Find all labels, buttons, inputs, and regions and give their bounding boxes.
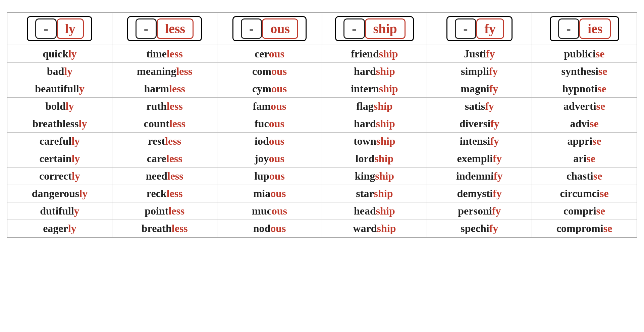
table-row: dangerouslyrecklessmiaousstarshipdemysti… bbox=[7, 185, 637, 202]
cell-ous-2: cymous bbox=[217, 80, 322, 98]
cell-less-0: timeless bbox=[112, 45, 217, 63]
cell-ous-0: cerous bbox=[217, 45, 322, 63]
header-cell-fy: -fy bbox=[427, 13, 532, 45]
cell-ly-10: eagerly bbox=[7, 220, 112, 237]
table-row: certainlycarelessjoyouslordshipexemplify… bbox=[7, 150, 637, 168]
cell-ly-9: dutifully bbox=[7, 202, 112, 220]
header-cell-less: -less bbox=[112, 13, 217, 45]
suffix-table: -ly-less-ous-ship-fy-ies quicklytimeless… bbox=[7, 12, 637, 238]
cell-ies-7: chastise bbox=[532, 168, 637, 185]
header-cell-ly: -ly bbox=[7, 13, 112, 45]
cell-ly-1: badly bbox=[7, 63, 112, 80]
cell-ship-0: friendship bbox=[322, 45, 427, 63]
cell-ship-3: flagship bbox=[322, 98, 427, 115]
cell-ly-2: beautifully bbox=[7, 80, 112, 98]
cell-less-9: pointless bbox=[112, 202, 217, 220]
cell-ship-5: township bbox=[322, 133, 427, 150]
cell-ous-6: joyous bbox=[217, 150, 322, 168]
cell-ship-2: internship bbox=[322, 80, 427, 98]
cell-ies-1: synthesise bbox=[532, 63, 637, 80]
cell-ous-4: fucous bbox=[217, 115, 322, 133]
cell-ies-4: advise bbox=[532, 115, 637, 133]
cell-ly-6: certainly bbox=[7, 150, 112, 168]
header-cell-ous: -ous bbox=[217, 13, 322, 45]
header-cell-ies: -ies bbox=[532, 13, 637, 45]
cell-less-4: countless bbox=[112, 115, 217, 133]
cell-less-10: breathless bbox=[112, 220, 217, 237]
cell-ship-4: hardship bbox=[322, 115, 427, 133]
table-row: dutifullypointlessmucousheadshippersonif… bbox=[7, 202, 637, 220]
cell-ous-1: comous bbox=[217, 63, 322, 80]
cell-fy-9: personify bbox=[427, 202, 532, 220]
cell-less-7: needless bbox=[112, 168, 217, 185]
cell-ous-5: iodous bbox=[217, 133, 322, 150]
cell-ship-7: kingship bbox=[322, 168, 427, 185]
cell-fy-6: exemplify bbox=[427, 150, 532, 168]
cell-ous-10: nodous bbox=[217, 220, 322, 237]
cell-ship-1: hardship bbox=[322, 63, 427, 80]
cell-less-6: careless bbox=[112, 150, 217, 168]
cell-less-1: meaningless bbox=[112, 63, 217, 80]
table-body: quicklytimelesscerousfriendshipJustifypu… bbox=[7, 45, 637, 237]
cell-ly-7: correctly bbox=[7, 168, 112, 185]
cell-ous-9: mucous bbox=[217, 202, 322, 220]
cell-fy-5: intensify bbox=[427, 133, 532, 150]
cell-less-8: reckless bbox=[112, 185, 217, 202]
cell-ly-8: dangerously bbox=[7, 185, 112, 202]
cell-fy-2: magnify bbox=[427, 80, 532, 98]
cell-ies-3: advertise bbox=[532, 98, 637, 115]
cell-less-2: harmless bbox=[112, 80, 217, 98]
cell-ies-5: apprise bbox=[532, 133, 637, 150]
cell-less-3: ruthless bbox=[112, 98, 217, 115]
cell-ous-3: famous bbox=[217, 98, 322, 115]
cell-ies-6: arise bbox=[532, 150, 637, 168]
table-row: carefullyrestlessiodoustownshipintensify… bbox=[7, 133, 637, 150]
cell-ous-7: lupous bbox=[217, 168, 322, 185]
table-header-row: -ly-less-ous-ship-fy-ies bbox=[7, 13, 637, 45]
cell-ly-0: quickly bbox=[7, 45, 112, 63]
cell-ship-6: lordship bbox=[322, 150, 427, 168]
cell-fy-3: satisfy bbox=[427, 98, 532, 115]
cell-ous-8: miaous bbox=[217, 185, 322, 202]
table-row: eagerlybreathlessnodouswardshipspechifyc… bbox=[7, 220, 637, 237]
cell-ies-10: compromise bbox=[532, 220, 637, 237]
cell-ies-2: hypnotise bbox=[532, 80, 637, 98]
cell-fy-4: diversify bbox=[427, 115, 532, 133]
cell-fy-10: spechify bbox=[427, 220, 532, 237]
table-row: badlymeaninglesscomoushardshipsimplifysy… bbox=[7, 63, 637, 80]
table-row: quicklytimelesscerousfriendshipJustifypu… bbox=[7, 45, 637, 63]
cell-ly-5: carefully bbox=[7, 133, 112, 150]
header-cell-ship: -ship bbox=[322, 13, 427, 45]
cell-ies-0: publicise bbox=[532, 45, 637, 63]
cell-ship-9: headship bbox=[322, 202, 427, 220]
cell-fy-1: simplify bbox=[427, 63, 532, 80]
cell-ship-8: starship bbox=[322, 185, 427, 202]
cell-ly-3: boldly bbox=[7, 98, 112, 115]
table-row: beautifullyharmlesscymousinternshipmagni… bbox=[7, 80, 637, 98]
cell-less-5: restless bbox=[112, 133, 217, 150]
cell-fy-8: demystify bbox=[427, 185, 532, 202]
cell-ship-10: wardship bbox=[322, 220, 427, 237]
cell-ly-4: breathlessly bbox=[7, 115, 112, 133]
table-row: correctlyneedlesslupouskingshipindemnify… bbox=[7, 168, 637, 185]
table-row: breathlesslycountlessfucoushardshipdiver… bbox=[7, 115, 637, 133]
cell-ies-9: comprise bbox=[532, 202, 637, 220]
cell-fy-7: indemnify bbox=[427, 168, 532, 185]
table-row: boldlyruthlessfamousflagshipsatisfyadver… bbox=[7, 98, 637, 115]
cell-fy-0: Justify bbox=[427, 45, 532, 63]
cell-ies-8: circumcise bbox=[532, 185, 637, 202]
